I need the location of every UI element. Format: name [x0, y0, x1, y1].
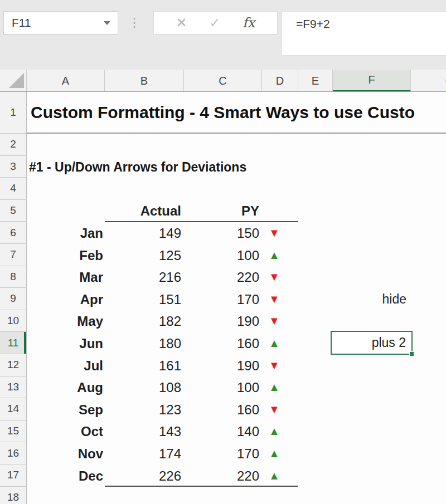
cell-py[interactable]: 220 — [184, 266, 259, 288]
cell-py[interactable]: 190 — [184, 355, 259, 377]
cell-actual[interactable]: 143 — [105, 420, 181, 443]
insert-function-icon[interactable]: fx — [243, 15, 255, 31]
row-header-9[interactable]: 9 — [0, 288, 27, 310]
column-header-py[interactable]: PY — [184, 200, 259, 222]
table-row-jan: Jan149150▼ — [27, 222, 333, 244]
cell-py[interactable]: 170 — [184, 288, 259, 311]
row-headers: 123456789101112131415161718 — [0, 92, 27, 504]
cell-py[interactable]: 160 — [184, 332, 259, 355]
row-header-12[interactable]: 12 — [0, 354, 27, 376]
title-border — [27, 133, 446, 134]
cell-month[interactable]: Nov — [27, 443, 103, 465]
separator-dots-icon: ⋮ — [128, 11, 139, 35]
cell-month[interactable]: Sep — [27, 399, 103, 421]
formula-bar-input[interactable]: =F9+2 — [282, 11, 446, 56]
table-row-dec: Dec226220▲ — [27, 465, 333, 487]
row-header-15[interactable]: 15 — [0, 420, 27, 443]
row-header-11[interactable]: 11 — [0, 332, 27, 354]
cell-actual[interactable]: 123 — [105, 399, 181, 421]
cell-actual[interactable]: 108 — [105, 376, 181, 399]
selected-cell-f11[interactable]: plus 2 — [331, 331, 413, 355]
column-header-f[interactable]: F — [333, 70, 411, 92]
cell-month[interactable]: May — [27, 310, 103, 332]
cell-month[interactable]: Jun — [27, 332, 103, 355]
enter-icon[interactable]: ✓ — [209, 15, 220, 31]
formula-text: =F9+2 — [296, 12, 330, 36]
cell-actual[interactable]: 125 — [105, 244, 181, 267]
arrow-down-icon: ▼ — [263, 355, 285, 377]
cell-actual[interactable]: 174 — [105, 443, 181, 465]
arrow-up-icon: ▲ — [263, 244, 285, 267]
cell-f11-value: plus 2 — [372, 335, 406, 350]
arrow-down-icon: ▼ — [263, 310, 285, 332]
arrow-up-icon: ▲ — [263, 443, 285, 465]
row-header-7[interactable]: 7 — [0, 244, 27, 266]
cancel-icon[interactable]: ✕ — [176, 15, 187, 31]
cell-actual[interactable]: 182 — [105, 310, 181, 332]
column-header-actual[interactable]: Actual — [105, 200, 181, 222]
column-header-g[interactable]: G — [411, 70, 446, 92]
cell-actual[interactable]: 180 — [105, 332, 181, 355]
row-header-14[interactable]: 14 — [0, 398, 27, 420]
fill-handle[interactable] — [409, 351, 414, 356]
excel-window: F11 ⋮ ✕ ✓ fx =F9+2 ABCDEFG 1234567891011… — [0, 0, 446, 504]
cell-section-heading[interactable]: #1 - Up/Down Arrows for Deviations — [29, 156, 246, 178]
row-header-10[interactable]: 10 — [0, 310, 27, 332]
select-all-button[interactable] — [0, 70, 27, 91]
cell-f9[interactable]: hide — [333, 288, 411, 310]
column-header-c[interactable]: C — [184, 70, 262, 92]
table-row-jun: Jun180160▲ — [27, 332, 333, 355]
cell-py[interactable]: 140 — [184, 420, 259, 443]
row-header-6[interactable]: 6 — [0, 222, 27, 244]
column-header-e[interactable]: E — [298, 70, 333, 92]
formula-buttons: ✕ ✓ fx — [153, 11, 278, 35]
cell-py[interactable]: 100 — [184, 244, 259, 267]
cell-actual[interactable]: 151 — [105, 288, 181, 311]
cell-month[interactable]: Aug — [27, 376, 103, 399]
name-box-dropdown-icon[interactable] — [104, 21, 110, 25]
row-header-18[interactable]: 18 — [0, 487, 27, 504]
cell-actual[interactable]: 149 — [105, 222, 181, 244]
cell-title[interactable]: Custom Formatting - 4 Smart Ways to use … — [31, 92, 415, 133]
arrow-up-icon: ▲ — [263, 465, 285, 487]
cell-py[interactable]: 190 — [184, 310, 259, 332]
row-header-5[interactable]: 5 — [0, 200, 27, 222]
arrow-up-icon: ▲ — [263, 376, 285, 399]
name-box[interactable]: F11 — [3, 11, 118, 35]
table-row-may: May182190▼ — [27, 310, 333, 332]
row-header-3[interactable]: 3 — [0, 156, 27, 178]
table-row-feb: Feb125100▲ — [27, 244, 333, 267]
row-header-2[interactable]: 2 — [0, 134, 27, 156]
select-all-triangle-icon — [9, 73, 24, 88]
row-header-4[interactable]: 4 — [0, 178, 27, 200]
cell-py[interactable]: 100 — [184, 376, 259, 399]
row-header-17[interactable]: 17 — [0, 464, 27, 487]
cell-month[interactable]: Dec — [27, 465, 103, 487]
arrow-up-icon: ▲ — [263, 420, 285, 443]
arrow-up-icon: ▲ — [263, 332, 285, 355]
table-row-mar: Mar216220▼ — [27, 266, 333, 288]
row-header-8[interactable]: 8 — [0, 266, 27, 288]
column-header-a[interactable]: A — [27, 70, 105, 92]
column-header-b[interactable]: B — [105, 70, 184, 92]
cell-month[interactable]: Oct — [27, 420, 103, 443]
cell-month[interactable]: Mar — [27, 266, 103, 288]
cell-py[interactable]: 220 — [184, 465, 259, 487]
cell-month[interactable]: Apr — [27, 288, 103, 311]
cell-actual[interactable]: 161 — [105, 355, 181, 377]
table-row-nov: Nov174170▲ — [27, 443, 333, 465]
cell-py[interactable]: 150 — [184, 222, 259, 244]
cell-actual[interactable]: 216 — [105, 266, 181, 288]
cell-month[interactable]: Feb — [27, 244, 103, 267]
cell-py[interactable]: 170 — [184, 443, 259, 465]
row-header-16[interactable]: 16 — [0, 442, 27, 464]
row-header-1[interactable]: 1 — [0, 92, 27, 134]
cell-py[interactable]: 160 — [184, 399, 259, 421]
cell-actual[interactable]: 226 — [105, 465, 181, 487]
cell-month[interactable]: Jul — [27, 355, 103, 377]
column-header-d[interactable]: D — [262, 70, 298, 92]
name-box-value: F11 — [12, 12, 31, 34]
cell-month[interactable]: Jan — [27, 222, 103, 244]
sheet-grid: Custom Formatting - 4 Smart Ways to use … — [27, 92, 446, 504]
row-header-13[interactable]: 13 — [0, 376, 27, 399]
